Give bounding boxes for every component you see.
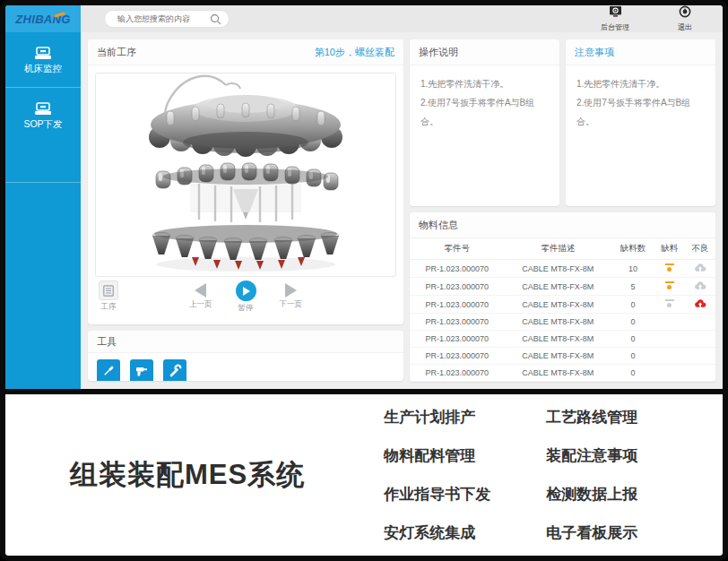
materials-table: 零件号 零件描述 缺料数 缺料 不良 PR-1.023.000070CABLE … <box>410 238 715 382</box>
exit-icon <box>679 5 691 18</box>
admin-monitor-icon <box>608 5 623 18</box>
sidebar-item-sop-dispatch[interactable]: SOP下发 <box>5 88 81 183</box>
material-row: PR-1.023.000070CABLE MT8-FX-8M5 <box>410 278 715 296</box>
drill-icon <box>130 359 153 381</box>
defect-upload-icon[interactable] <box>694 280 706 292</box>
sidebar-item-machine-monitor[interactable]: 机床监控 <box>5 32 81 88</box>
material-row: PR-1.023.000070CABLE MT8-FX-8M0 <box>410 314 715 331</box>
col-shortage: 缺料 <box>654 238 685 260</box>
cell-shortage-icon <box>654 365 685 382</box>
admin-label: 后台管理 <box>592 22 638 32</box>
admin-button[interactable]: 后台管理 <box>592 5 638 32</box>
cell-defect-icon[interactable] <box>685 260 715 278</box>
cell-defect-icon <box>685 348 715 365</box>
cell-shortage-qty: 0 <box>611 365 654 382</box>
feature-item: 作业指导书下发 <box>384 484 490 505</box>
process-list-icon <box>99 280 118 300</box>
tool-drill[interactable]: 电钻 <box>130 359 153 381</box>
process-list-label: 工序 <box>97 302 120 313</box>
notes-card: 注意事项 1.先把零件洗清干净。 2.使用7号扳手将零件A与B组合。 <box>566 39 715 206</box>
instructions-header: 操作说明 <box>410 39 559 65</box>
material-row: PR-1.023.000070CABLE MT8-FX-8M0 <box>410 365 715 382</box>
cell-part-no: PR-1.023.000070 <box>410 278 505 296</box>
search-box[interactable] <box>104 10 230 28</box>
cell-defect-icon <box>685 365 715 382</box>
app-content: 后台管理 退出 当前工序 第10步，螺丝装配 <box>81 5 723 389</box>
current-process-title: 当前工序 <box>97 46 136 59</box>
pause-button[interactable]: 暂停 <box>236 280 256 314</box>
materials-card: 物料信息 零件号 零件描述 缺料数 缺料 不良 <box>410 212 715 382</box>
tools-header: 工具 <box>88 331 403 353</box>
tool-screwdriver[interactable]: 起子 <box>97 359 120 381</box>
product-title: 组装装配MES系统 <box>70 456 305 494</box>
material-row: PR-1.023.000070CABLE MT8-FX-8M0 <box>410 296 715 314</box>
topbar: 后台管理 退出 <box>81 5 723 32</box>
cell-defect-icon <box>685 331 715 348</box>
process-controls: 工序 上一页 暂停 <box>88 277 403 320</box>
main-area: 当前工序 第10步，螺丝装配 <box>81 32 723 389</box>
note-line: 2.使用7号扳手将零件A与B组合。 <box>576 93 705 131</box>
notes-title: 注意事项 <box>575 46 614 59</box>
feature-item: 装配注意事项 <box>546 445 637 466</box>
material-call-icon[interactable] <box>664 298 675 308</box>
instructions-card: 操作说明 1.先把零件洗清干净。 2.使用7号扳手将零件A与B组合。 <box>410 39 559 206</box>
cell-defect-icon[interactable] <box>685 278 715 296</box>
mes-app-window: ZHIBANG 机床监控 SOP下发 <box>5 5 723 394</box>
cell-shortage-icon <box>654 314 685 331</box>
col-part-no: 零件号 <box>410 238 505 260</box>
marketing-band: 组装装配MES系统 生产计划排产物料配料管理作业指导书下发安灯系统集成 工艺路线… <box>5 394 723 556</box>
product-image-frame <box>95 73 396 277</box>
tools-title: 工具 <box>97 335 117 349</box>
cell-shortage-qty: 0 <box>611 296 654 314</box>
exit-button[interactable]: 退出 <box>662 5 708 32</box>
wrench-icon <box>163 359 186 381</box>
defect-upload-icon[interactable] <box>694 298 706 310</box>
cell-description: CABLE MT8-FX-8M <box>505 314 611 331</box>
cell-description: CABLE MT8-FX-8M <box>505 296 611 314</box>
material-call-icon[interactable] <box>664 263 675 272</box>
play-icon <box>236 280 256 301</box>
cell-shortage-icon[interactable] <box>654 296 685 314</box>
cell-part-no: PR-1.023.000070 <box>410 314 505 331</box>
cell-shortage-qty: 0 <box>611 331 654 348</box>
prev-icon <box>195 283 206 298</box>
cell-defect-icon <box>685 314 715 331</box>
process-image-area <box>88 65 403 277</box>
sidebar-item-label: SOP下发 <box>5 118 81 142</box>
tools-card: 工具 起子 <box>88 331 403 381</box>
cell-description: CABLE MT8-FX-8M <box>505 365 611 382</box>
current-step-text: 第10步，螺丝装配 <box>315 46 394 59</box>
search-icon[interactable] <box>210 13 221 25</box>
right-column: 操作说明 1.先把零件洗清干净。 2.使用7号扳手将零件A与B组合。 注意事项 <box>410 39 715 382</box>
notes-header: 注意事项 <box>566 39 715 65</box>
feature-item: 检测数据上报 <box>546 484 637 505</box>
col-defect: 不良 <box>685 238 715 260</box>
cell-shortage-icon[interactable] <box>654 260 685 278</box>
process-list-button[interactable]: 工序 <box>97 280 120 313</box>
feature-column-right: 工艺路线管理装配注意事项检测数据上报电子看板展示 <box>546 407 637 543</box>
tool-wrench[interactable]: 扳手 <box>163 359 186 381</box>
step-navigation: 上一页 暂停 下一页 <box>189 280 302 314</box>
left-column: 当前工序 第10步，螺丝装配 <box>88 39 403 382</box>
cell-shortage-icon[interactable] <box>654 278 685 296</box>
notes-body: 1.先把零件洗清干净。 2.使用7号扳手将零件A与B组合。 <box>566 65 715 140</box>
next-label: 下一页 <box>280 299 303 310</box>
feature-item: 工艺路线管理 <box>546 407 637 427</box>
cell-defect-icon[interactable] <box>685 296 715 314</box>
cell-description: CABLE MT8-FX-8M <box>505 278 611 296</box>
prev-step-button[interactable]: 上一页 <box>189 280 212 310</box>
feature-list: 生产计划排产物料配料管理作业指导书下发安灯系统集成 工艺路线管理装配注意事项检测… <box>384 407 637 543</box>
cell-part-no: PR-1.023.000070 <box>410 348 505 365</box>
defect-upload-icon[interactable] <box>694 263 706 274</box>
col-shortage-qty: 缺料数 <box>611 238 654 260</box>
current-process-header: 当前工序 第10步，螺丝装配 <box>88 39 403 65</box>
pause-label: 暂停 <box>236 303 256 314</box>
feature-item: 安灯系统集成 <box>384 522 490 543</box>
feature-column-left: 生产计划排产物料配料管理作业指导书下发安灯系统集成 <box>384 407 490 543</box>
material-row: PR-1.023.000070CABLE MT8-FX-8M0 <box>410 331 715 348</box>
cell-shortage-qty: 5 <box>611 278 654 296</box>
material-call-icon[interactable] <box>664 280 675 290</box>
search-input[interactable] <box>117 14 210 23</box>
sidebar: ZHIBANG 机床监控 SOP下发 <box>5 5 81 389</box>
next-step-button[interactable]: 下一页 <box>280 280 303 310</box>
